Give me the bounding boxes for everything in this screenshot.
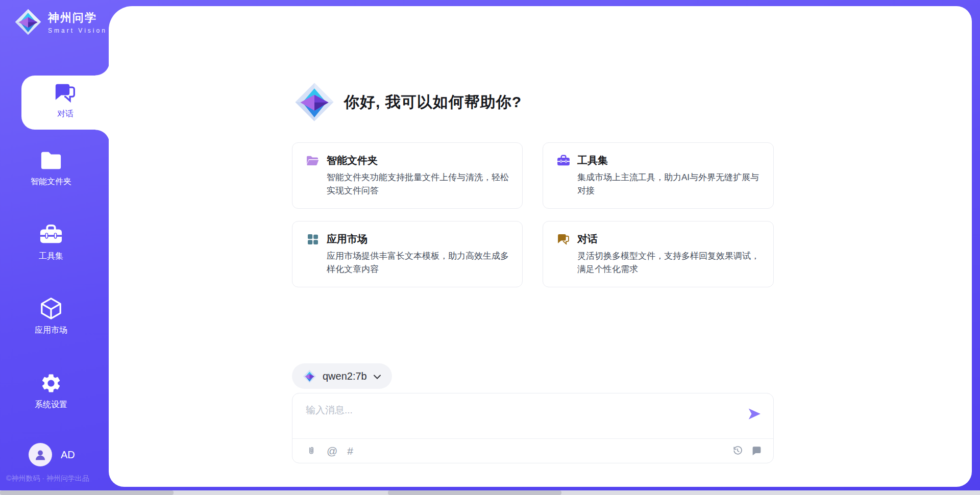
message-input[interactable] [306, 404, 734, 434]
greeting-block: 你好, 我可以如何帮助你? [294, 82, 522, 122]
composer-toolbar-right [732, 445, 762, 456]
card-app-market[interactable]: 应用市场 应用市场提供丰富长文本模板，助力高效生成多样化文章内容 [292, 221, 523, 287]
briefcase-icon [39, 224, 63, 246]
diamond-logo-icon [303, 369, 316, 383]
sidebar-item-chat-active[interactable]: 对话 [21, 76, 110, 130]
card-toolset[interactable]: 工具集 集成市场上主流工具，助力AI与外界无缝扩展与对接 [543, 142, 774, 209]
folder-icon [39, 149, 63, 171]
copyright-text: ©神州数码 · 神州问学出品 [6, 474, 89, 483]
card-title: 智能文件夹 [327, 154, 378, 167]
user-profile[interactable]: AD [29, 443, 75, 466]
card-title: 对话 [577, 232, 598, 246]
card-description: 集成市场上主流工具，助力AI与外界无缝扩展与对接 [577, 171, 760, 197]
greeting-title: 你好, 我可以如何帮助你? [344, 92, 522, 113]
card-description: 应用市场提供丰富长文本模板，助力高效生成多样化文章内容 [327, 250, 509, 276]
card-title: 应用市场 [327, 232, 368, 246]
sidebar-item-smart-folder[interactable]: 智能文件夹 [0, 149, 102, 187]
diamond-logo-icon [14, 8, 42, 36]
message-composer: @ # [292, 393, 774, 463]
sidebar-item-settings[interactable]: 系统设置 [0, 372, 102, 410]
feature-cards: 智能文件夹 智能文件夹功能支持批量文件上传与清洗，轻松实现文件问答 [292, 142, 774, 287]
card-smart-folder[interactable]: 智能文件夹 智能文件夹功能支持批量文件上传与清洗，轻松实现文件问答 [292, 142, 523, 209]
grid-icon [306, 233, 320, 245]
brand-text: 神州问学 Smart Vision [48, 10, 107, 34]
avatar [29, 443, 52, 466]
comment-icon[interactable] [751, 445, 762, 456]
sidebar-item-app-market[interactable]: 应用市场 [0, 298, 102, 336]
sidebar-item-label: 工具集 [39, 251, 63, 262]
brand-name: 神州问学 [48, 10, 107, 26]
folder-open-icon [306, 154, 320, 167]
scrollbar-thumb[interactable] [0, 490, 174, 495]
card-description: 智能文件夹功能支持批量文件上传与清洗，轻松实现文件问答 [327, 171, 509, 197]
composer-toolbar: @ # [306, 438, 762, 463]
chat-bubbles-icon [54, 82, 77, 104]
sidebar-item-toolset[interactable]: 工具集 [0, 224, 102, 262]
app-window: 神州问学 Smart Vision 对话 智能文件夹 [0, 0, 980, 495]
brand-subtitle: Smart Vision [48, 27, 107, 34]
paperclip-icon[interactable] [306, 445, 317, 456]
diamond-logo-icon [294, 82, 335, 122]
scrollbar-thumb[interactable] [388, 490, 561, 495]
hash-icon[interactable]: # [347, 445, 353, 456]
horizontal-scrollbar[interactable] [0, 490, 980, 495]
history-icon[interactable] [732, 445, 743, 456]
send-icon[interactable] [747, 406, 762, 422]
card-title: 工具集 [577, 154, 608, 167]
gear-icon [39, 372, 63, 394]
model-selector[interactable]: qwen2:7b [292, 363, 392, 389]
card-description: 灵活切换多模型文件，支持多样回复效果调试，满足个性化需求 [577, 250, 760, 276]
sidebar-item-label: 系统设置 [35, 400, 67, 410]
user-name: AD [61, 449, 75, 461]
at-icon[interactable]: @ [327, 445, 337, 456]
sidebar-item-label: 对话 [57, 109, 74, 119]
person-icon [33, 448, 47, 462]
chevron-down-icon [373, 374, 381, 380]
chat-bubbles-icon [556, 233, 570, 245]
card-chat[interactable]: 对话 灵活切换多模型文件，支持多样回复效果调试，满足个性化需求 [543, 221, 774, 287]
model-name: qwen2:7b [323, 370, 367, 382]
sidebar-item-label: 智能文件夹 [31, 177, 71, 187]
briefcase-icon [556, 154, 570, 167]
brand-logo-block: 神州问学 Smart Vision [14, 8, 107, 36]
cube-icon [39, 298, 63, 320]
sidebar-item-label: 应用市场 [35, 325, 67, 336]
